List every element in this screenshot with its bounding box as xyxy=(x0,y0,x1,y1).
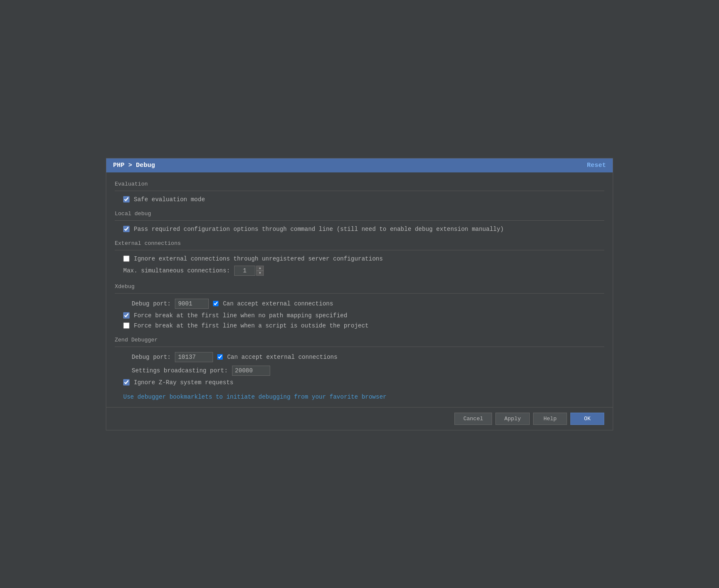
section-zend-debugger: Zend Debugger Debug port: Can accept ext… xyxy=(115,337,604,386)
zend-can-accept-label: Can accept external connections xyxy=(227,354,337,361)
section-divider-3 xyxy=(115,250,604,250)
max-connections-label: Max. simultaneous connections: xyxy=(123,267,230,274)
pass-config-checkbox[interactable] xyxy=(123,226,130,232)
section-ext-conn-label: External connections xyxy=(115,240,604,247)
section-xdebug-label: Xdebug xyxy=(115,283,604,290)
section-evaluation-label: Evaluation xyxy=(115,181,604,187)
cancel-button[interactable]: Cancel xyxy=(454,413,492,425)
ignore-unregistered-label: Ignore external connections through unre… xyxy=(134,255,383,262)
section-divider-2 xyxy=(115,220,604,221)
spinner-buttons: ▲ ▼ xyxy=(256,266,264,276)
ok-button[interactable]: OK xyxy=(570,413,604,425)
zend-broadcast-label: Settings broadcasting port: xyxy=(132,367,228,374)
section-divider xyxy=(115,191,604,191)
ignore-zray-checkbox[interactable] xyxy=(123,379,130,386)
max-connections-input[interactable] xyxy=(234,266,255,276)
xdebug-port-row: Debug port: Can accept external connecti… xyxy=(115,299,604,309)
pass-config-label: Pass required configuration options thro… xyxy=(134,226,504,233)
section-xdebug: Xdebug Debug port: Can accept external c… xyxy=(115,283,604,329)
section-evaluation: Evaluation Safe evaluation mode xyxy=(115,181,604,203)
dialog-title: PHP > Debug xyxy=(113,162,155,169)
zend-can-accept-checkbox[interactable] xyxy=(217,354,223,360)
force-break-no-path-label: Force break at the first line when no pa… xyxy=(134,312,347,319)
safe-eval-mode-checkbox[interactable] xyxy=(123,196,130,202)
help-button[interactable]: Help xyxy=(533,413,567,425)
force-break-no-path-checkbox[interactable] xyxy=(123,312,130,319)
apply-button[interactable]: Apply xyxy=(495,413,530,425)
section-divider-5 xyxy=(115,347,604,347)
max-connections-row: Max. simultaneous connections: ▲ ▼ xyxy=(115,266,604,276)
max-connections-spinner[interactable]: ▲ ▼ xyxy=(234,266,264,276)
zend-broadcast-input[interactable] xyxy=(232,366,270,376)
section-zend-label: Zend Debugger xyxy=(115,337,604,343)
dialog-body: Evaluation Safe evaluation mode Local de… xyxy=(106,172,613,407)
dialog-header: PHP > Debug Reset xyxy=(106,158,613,172)
zend-debug-port-label: Debug port: xyxy=(132,354,171,361)
spinner-up-button[interactable]: ▲ xyxy=(256,266,264,271)
reset-button[interactable]: Reset xyxy=(587,162,606,169)
xdebug-force-break-no-path-row: Force break at the first line when no pa… xyxy=(115,312,604,319)
ignore-unregistered-checkbox[interactable] xyxy=(123,255,130,262)
xdebug-can-accept-label: Can accept external connections xyxy=(223,300,333,307)
zend-debug-port-input[interactable] xyxy=(175,352,213,362)
dialog: PHP > Debug Reset Evaluation Safe evalua… xyxy=(106,158,613,430)
ignore-zray-label: Ignore Z-Ray system requests xyxy=(134,379,233,386)
zend-broadcast-row: Settings broadcasting port: xyxy=(115,366,604,376)
ignore-unregistered-row: Ignore external connections through unre… xyxy=(115,255,604,262)
debugger-bookmarklets-link[interactable]: Use debugger bookmarklets to initiate de… xyxy=(115,394,604,400)
force-break-outside-label: Force break at the first line when a scr… xyxy=(134,322,369,329)
ignore-zray-row: Ignore Z-Ray system requests xyxy=(115,379,604,386)
section-external-connections: External connections Ignore external con… xyxy=(115,240,604,276)
dialog-footer: Cancel Apply Help OK xyxy=(106,407,613,430)
section-divider-4 xyxy=(115,293,604,294)
zend-port-row: Debug port: Can accept external connecti… xyxy=(115,352,604,362)
xdebug-can-accept-checkbox[interactable] xyxy=(213,301,218,306)
safe-eval-mode-row: Safe evaluation mode xyxy=(115,196,604,203)
section-local-debug-label: Local debug xyxy=(115,211,604,217)
safe-eval-mode-label: Safe evaluation mode xyxy=(134,196,205,203)
xdebug-force-break-outside-row: Force break at the first line when a scr… xyxy=(115,322,604,329)
section-local-debug: Local debug Pass required configuration … xyxy=(115,211,604,233)
force-break-outside-checkbox[interactable] xyxy=(123,322,130,329)
spinner-down-button[interactable]: ▼ xyxy=(256,271,264,276)
pass-config-row: Pass required configuration options thro… xyxy=(115,226,604,233)
xdebug-debug-port-label: Debug port: xyxy=(132,300,171,307)
xdebug-debug-port-input[interactable] xyxy=(175,299,209,309)
